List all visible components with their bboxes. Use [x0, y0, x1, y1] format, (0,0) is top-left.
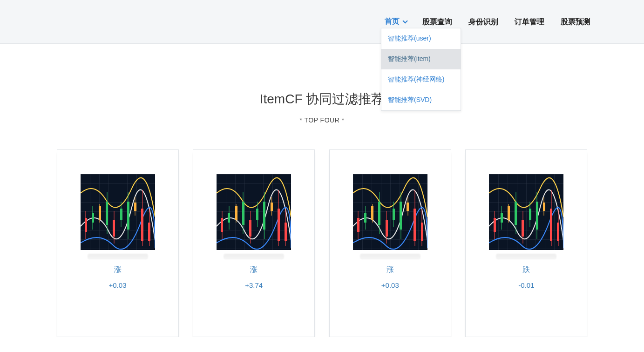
card-value: -0.01: [466, 281, 587, 289]
card-grid: 涨 +0.03: [57, 149, 588, 337]
card-direction: 涨: [57, 265, 178, 275]
candles-icon: [81, 174, 155, 250]
nav-orders[interactable]: 订单管理: [515, 14, 544, 35]
dropdown-item-item[interactable]: 智能推荐(item): [381, 49, 461, 69]
chart-thumbnail: [81, 174, 155, 250]
main-content: ItemCF 协同过滤推荐 * TOP FOUR *: [0, 44, 644, 337]
card-direction: 涨: [193, 265, 314, 275]
card-value: +0.03: [57, 281, 178, 289]
candles-icon: [489, 174, 563, 250]
stock-card[interactable]: 涨 +0.03: [329, 149, 451, 337]
stock-name-blurred: [88, 254, 148, 259]
candles-icon: [217, 174, 291, 250]
candles-icon: [353, 174, 427, 250]
dropdown-item-svd[interactable]: 智能推荐(SVD): [381, 90, 461, 110]
card-value: +0.03: [330, 281, 451, 289]
dropdown-item-user[interactable]: 智能推荐(user): [381, 28, 461, 49]
nav-identity[interactable]: 身份识别: [468, 14, 498, 35]
stock-card[interactable]: 涨 +3.74: [193, 149, 315, 337]
chart-thumbnail: [217, 174, 291, 250]
nav-label: 股票查询: [422, 17, 452, 27]
top-header: 首页 股票查询 身份识别 订单管理 股票预测 智能推荐(user) 智能推荐(i…: [0, 0, 644, 44]
page-title: ItemCF 协同过滤推荐: [0, 90, 644, 108]
stock-card[interactable]: 涨 +0.03: [57, 149, 179, 337]
card-value: +3.74: [193, 281, 314, 289]
nav-label: 订单管理: [515, 17, 544, 27]
nav-label: 身份识别: [468, 17, 498, 27]
page-subtitle: * TOP FOUR *: [0, 116, 644, 124]
nav-label: 股票预测: [561, 17, 590, 27]
card-direction: 涨: [330, 265, 451, 275]
stock-card[interactable]: 跌 -0.01: [465, 149, 587, 337]
stock-name-blurred: [224, 254, 284, 259]
chart-thumbnail: [353, 174, 427, 250]
chart-thumbnail: [489, 174, 563, 250]
dropdown-item-nn[interactable]: 智能推荐(神经网络): [381, 69, 461, 90]
home-dropdown: 智能推荐(user) 智能推荐(item) 智能推荐(神经网络) 智能推荐(SV…: [381, 28, 461, 111]
nav-forecast[interactable]: 股票预测: [561, 14, 590, 35]
chevron-down-icon: [402, 18, 407, 23]
card-direction: 跌: [466, 265, 587, 275]
nav-label: 首页: [385, 17, 400, 27]
stock-name-blurred: [360, 254, 420, 259]
stock-name-blurred: [496, 254, 556, 259]
